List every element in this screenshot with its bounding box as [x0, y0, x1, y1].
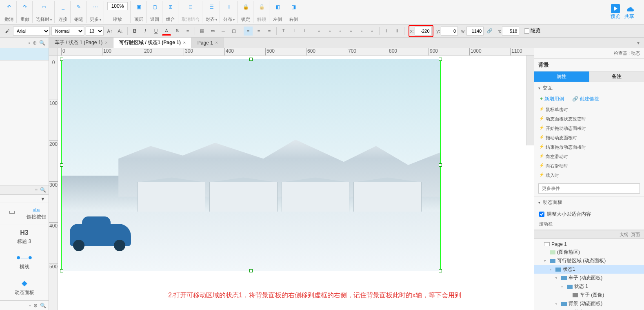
tool-pen[interactable]: ✎钢笔 [71, 1, 87, 23]
event-item[interactable]: 结束拖放动态面板时 [534, 143, 644, 152]
pages-selected-row[interactable] [0, 48, 49, 60]
border-icon[interactable]: ▭ [208, 27, 217, 36]
coord-h-input[interactable] [502, 27, 519, 36]
fit-content-checkbox[interactable] [539, 212, 544, 217]
paint-icon[interactable]: 🖌 [2, 27, 11, 36]
widget-placeholder[interactable]: ▭ [0, 203, 24, 225]
tab-1[interactable]: 可行驶区域 / 状态1 (Page 1)× [113, 38, 192, 48]
tab-overflow-icon[interactable]: ▾ [634, 38, 642, 48]
obj-align3-icon[interactable]: ▫ [336, 27, 345, 36]
size-down-icon[interactable]: A↓ [116, 27, 125, 36]
tool-more[interactable]: ⋯更多 [87, 1, 104, 23]
create-link-link[interactable]: 🔗 创建链接 [572, 96, 599, 103]
selected-background-panel[interactable] [61, 59, 441, 271]
tool-unlock[interactable]: 🔓解锁 [254, 1, 269, 23]
event-item[interactable]: 向左滑动时 [534, 152, 644, 161]
obj-align5-icon[interactable]: ▫ [357, 27, 366, 36]
line-icon[interactable]: ─ [219, 27, 228, 36]
tool-left[interactable]: ◧左侧 [270, 1, 285, 23]
event-item[interactable]: 鼠标单击时 [534, 105, 644, 114]
page-icon[interactable]: ▫ [29, 40, 30, 46]
tab-1-close-icon[interactable]: × [183, 40, 186, 45]
resize-handle-tm[interactable] [249, 58, 253, 61]
obj-align2-icon[interactable]: ▫ [325, 27, 334, 36]
italic-icon[interactable]: I [141, 27, 150, 36]
hide-checkbox[interactable] [524, 27, 529, 36]
resize-handle-tl[interactable] [60, 58, 63, 61]
lib-search-icon[interactable]: 🔍 [40, 187, 46, 193]
tool-right[interactable]: ◨右侧 [286, 1, 301, 23]
tool-front[interactable]: ▣顶层 [131, 1, 147, 23]
tool-lock[interactable]: 🔒锁定 [238, 1, 253, 23]
dist-h-icon[interactable]: ⫴ [382, 27, 391, 36]
tool-ungroup[interactable]: ⊟取消组合 [179, 1, 202, 23]
more-events-dropdown[interactable]: 更多事件 [538, 183, 640, 194]
size-up-icon[interactable]: A↑ [105, 27, 114, 36]
valign-bot-icon[interactable]: ⊥ [300, 27, 309, 36]
strike-icon[interactable]: S̶ [173, 27, 182, 36]
share-button[interactable]: 共享 [624, 4, 634, 20]
lib-icon1[interactable]: ▫ [29, 303, 31, 308]
tab-2-close-icon[interactable]: × [215, 40, 218, 45]
outline-node[interactable]: ▿背景 (动态面板) [534, 299, 644, 308]
tab-2[interactable]: Page 1× [192, 38, 224, 48]
outline-node[interactable]: ▿状态 1 [534, 282, 644, 291]
tab-notes[interactable]: 备注 [589, 71, 644, 82]
align-right-icon[interactable]: ≡ [265, 27, 274, 36]
coord-y-input[interactable] [441, 27, 458, 36]
outline-node[interactable]: 状态 1 [534, 308, 644, 310]
widget-dynamic-panel[interactable]: ◆动态面板 [0, 274, 49, 300]
tool-undo[interactable]: ↶ 撤消 [2, 1, 17, 23]
outline-node[interactable]: Page 1 [534, 241, 644, 248]
lib-icon3[interactable]: 🔍 [40, 303, 46, 308]
resize-handle-bm[interactable] [249, 269, 253, 272]
outline-node[interactable]: 车子 (图像) [534, 291, 644, 299]
coord-x-input[interactable] [415, 27, 432, 36]
tool-distribute[interactable]: ⫴分布 [221, 1, 238, 23]
align-center-icon[interactable]: ≡ [254, 27, 263, 36]
zoom-value[interactable]: 100% [107, 2, 128, 10]
border-style-icon[interactable]: ▢ [229, 27, 238, 36]
tool-group-btn[interactable]: ⊞组合 [163, 1, 178, 23]
resize-handle-br[interactable] [439, 269, 442, 272]
widget-hline[interactable]: ●—●横线 [0, 249, 49, 274]
tool-connect[interactable]: ⎯连接 [56, 1, 71, 23]
tool-redo[interactable]: ↷ 重做 [18, 1, 33, 23]
add-case-link[interactable]: +新增用例 [540, 96, 564, 103]
lib-icon2[interactable]: ⊕ [33, 303, 38, 308]
event-item[interactable]: 向右滑动时 [534, 161, 644, 171]
style-select[interactable]: Normal [51, 27, 84, 36]
widget-link-button[interactable]: abc链接按钮 [24, 203, 49, 225]
lib-menu-icon[interactable]: ≡ [35, 187, 38, 193]
underline-icon[interactable]: U [151, 27, 160, 36]
valign-mid-icon[interactable]: ⊥ [290, 27, 299, 36]
tab-properties[interactable]: 属性 [534, 71, 589, 82]
event-item[interactable]: 开始拖动动态面板时 [534, 124, 644, 133]
canvas[interactable]: 0100200300400500600700800900100011001200… [49, 48, 534, 310]
add-page-icon[interactable]: ⊕ [33, 40, 37, 46]
resize-handle-tr[interactable] [439, 58, 442, 61]
bullet-icon[interactable]: ≡ [183, 27, 192, 36]
tool-zoom[interactable]: 100%缩放 [105, 1, 131, 23]
search-page-icon[interactable]: 🔍 [39, 40, 45, 46]
tool-align[interactable]: ☰对齐 [203, 1, 220, 23]
lock-ratio-icon[interactable]: 🔗 [485, 27, 494, 36]
tab-0-close-icon[interactable]: × [105, 40, 107, 45]
canvas-content[interactable]: 2.打开可移动区域的状态1，将背景面板的右侧移到虚框的右侧，记住背景面板此时的x… [58, 56, 534, 310]
event-item[interactable]: 拖动动态面板时 [534, 133, 644, 143]
size-select[interactable]: 13 [86, 27, 104, 36]
outline-node[interactable]: (图像热区) [534, 248, 644, 256]
obj-align6-icon[interactable]: ▫ [368, 27, 377, 36]
font-select[interactable]: Arial [13, 27, 50, 36]
outline-node[interactable]: ▿状态1 [534, 265, 644, 274]
align-left-icon[interactable]: ≡ [244, 27, 253, 36]
preview-button[interactable]: 预览 [611, 4, 620, 20]
valign-top-icon[interactable]: ⊤ [279, 27, 288, 36]
bold-icon[interactable]: B [130, 27, 139, 36]
tool-select[interactable]: ▭选择时 [33, 1, 55, 23]
resize-handle-ml[interactable] [60, 163, 63, 167]
obj-align1-icon[interactable]: ▫ [315, 27, 324, 36]
obj-align4-icon[interactable]: ▫ [346, 27, 355, 36]
outline-node[interactable]: ▿可行驶区域 (动态面板) [534, 256, 644, 265]
tool-back[interactable]: ▢返回 [147, 1, 162, 23]
